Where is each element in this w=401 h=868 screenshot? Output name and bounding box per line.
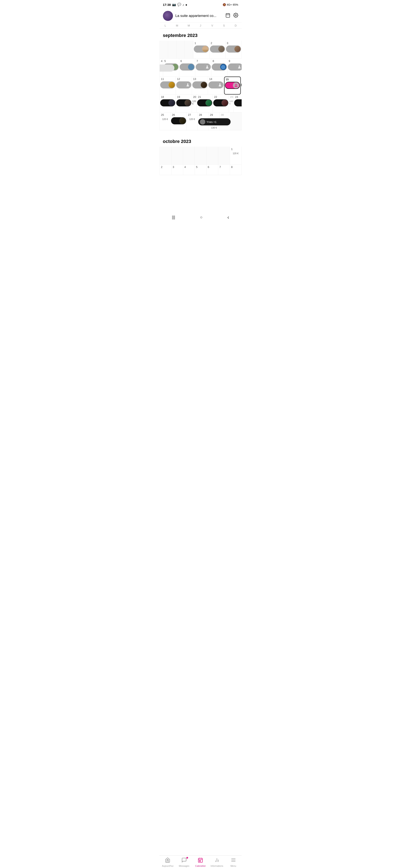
day-J: J — [195, 24, 206, 27]
dot-icon: ● — [185, 3, 187, 6]
day-sep-11[interactable]: 11 — [160, 76, 176, 95]
booking-toggle-1[interactable] — [194, 45, 209, 53]
booking-toggle-2[interactable] — [210, 45, 225, 53]
booking-toggle-24[interactable] — [234, 99, 241, 106]
svg-point-9 — [219, 84, 221, 85]
day-sep-7[interactable]: 7 — [195, 59, 211, 76]
booking-toggle-14[interactable] — [208, 82, 224, 89]
day-sep-12[interactable]: 12 — [176, 76, 192, 95]
day-num-23: 23 — [229, 95, 233, 98]
day-sep-20[interactable]: 20 120 € — [192, 95, 197, 113]
battery-level: 65% — [233, 3, 238, 6]
day-sep-13[interactable]: 13 — [192, 76, 208, 95]
settings-icon[interactable] — [233, 13, 238, 19]
day-sep-9[interactable]: 9 — [227, 59, 241, 76]
day-num-oct-4: 4 — [183, 165, 194, 168]
oct-empty-6[interactable] — [218, 147, 230, 165]
booking-toggle-22[interactable] — [213, 99, 228, 106]
day-M2: M — [183, 24, 195, 27]
day-sep-14[interactable]: 14 — [208, 76, 224, 95]
day-sep-6[interactable]: 6 — [179, 59, 195, 76]
booking-toggle-3[interactable] — [226, 45, 241, 53]
october-week2: 2 3 4 5 6 7 8 — [160, 165, 241, 175]
day-sep-3[interactable]: 3 — [226, 41, 241, 59]
property-avatar[interactable] — [163, 11, 173, 21]
booking-toggle-19[interactable] — [176, 99, 191, 106]
day-sep-28[interactable]: 28 Ynes +1 — [198, 113, 209, 130]
avatar-knob — [217, 82, 223, 88]
svg-rect-0 — [226, 13, 230, 17]
day-sep-2[interactable]: 2 — [209, 41, 226, 59]
matahi-pill[interactable]: Matahi ... — [160, 64, 174, 71]
ynes-pill[interactable]: Ynes +1 — [198, 118, 231, 125]
empty-cell-end[interactable] — [231, 113, 241, 130]
price-20: 120 € — [192, 100, 196, 105]
sys-back[interactable]: ‹ — [227, 214, 229, 221]
day-oct-8[interactable]: 8 — [230, 165, 241, 175]
tiktok-icon: ♪ — [182, 3, 184, 6]
day-sep-19[interactable]: 19 — [176, 95, 192, 113]
sys-recent[interactable]: ||| — [172, 215, 175, 220]
oct-empty-4[interactable] — [195, 147, 206, 165]
booking-toggle-9[interactable] — [228, 63, 241, 70]
day-sep-8[interactable]: 8 — [211, 59, 227, 76]
empty-cell[interactable] — [160, 41, 168, 59]
day-sep-23[interactable]: 23 130 € — [229, 95, 234, 113]
october-week1: 1 120 € — [160, 147, 241, 165]
booking-toggle-7[interactable] — [196, 63, 211, 70]
september-week5: 25 120 € 26 27 120 € 28 Ynes +1 — [160, 113, 241, 130]
day-oct-1[interactable]: 1 120 € — [230, 147, 241, 165]
sys-home[interactable]: ○ — [200, 215, 202, 220]
day-sep-16[interactable]: 16 — [241, 76, 241, 95]
booking-toggle-8[interactable] — [212, 63, 227, 70]
oct-empty-1[interactable] — [160, 147, 171, 165]
oct-empty-5[interactable] — [206, 147, 218, 165]
day-num-9: 9 — [228, 59, 241, 63]
booking-toggle-18[interactable] — [160, 99, 175, 106]
empty-cell[interactable] — [176, 41, 185, 59]
avatar-knob — [169, 100, 175, 106]
day-oct-3[interactable]: 3 — [171, 165, 183, 175]
day-num-4: 4 — [160, 59, 163, 63]
booking-toggle-12[interactable] — [176, 82, 191, 89]
day-oct-4[interactable]: 4 — [183, 165, 195, 175]
day-sep-24[interactable]: 24 — [234, 95, 241, 113]
day-sep-4[interactable]: 4 Matahi ... — [160, 59, 163, 76]
booking-toggle-6[interactable] — [180, 63, 195, 70]
booking-toggle-15-pink[interactable] — [225, 82, 240, 89]
avatar-knob — [218, 46, 225, 52]
day-num-oct-6: 6 — [207, 165, 218, 168]
day-sep-26[interactable]: 26 — [171, 113, 187, 130]
booking-toggle-21[interactable] — [197, 99, 212, 106]
day-sep-27[interactable]: 27 120 € — [187, 113, 198, 130]
avatar-knob — [202, 46, 208, 52]
empty-cell[interactable] — [185, 41, 193, 59]
avatar-knob — [204, 64, 210, 70]
day-oct-5[interactable]: 5 — [195, 165, 206, 175]
day-num-27: 27 — [187, 113, 197, 117]
empty-cell[interactable] — [168, 41, 176, 59]
day-sep-1[interactable]: 1 — [193, 41, 209, 59]
booking-toggle-13[interactable] — [192, 82, 207, 89]
day-sep-15[interactable]: 15 — [224, 76, 241, 95]
day-headers: L M M J V S D — [160, 23, 241, 29]
day-sep-25[interactable]: 25 120 € — [160, 113, 171, 130]
day-oct-2[interactable]: 2 — [160, 165, 171, 175]
day-oct-6[interactable]: 6 — [206, 165, 218, 175]
oct-empty-2[interactable] — [171, 147, 183, 165]
oct-empty-3[interactable] — [183, 147, 195, 165]
day-num-18: 18 — [160, 95, 175, 98]
calendar-icon[interactable] — [225, 13, 230, 19]
booking-toggle-11[interactable] — [160, 82, 175, 89]
booking-toggle-26[interactable] — [171, 117, 186, 124]
day-num-19: 19 — [176, 95, 191, 98]
day-sep-18[interactable]: 18 — [160, 95, 176, 113]
day-sep-22[interactable]: 22 — [213, 95, 229, 113]
booking-toggle-16[interactable] — [241, 82, 241, 89]
september-week2: 4 Matahi ... 5 6 — [160, 59, 241, 76]
alarm-icon: 🔕 — [223, 3, 226, 6]
day-num-30: 30 — [220, 113, 230, 117]
day-oct-7[interactable]: 7 — [218, 165, 230, 175]
price-27: 120 € — [189, 118, 195, 120]
day-sep-21[interactable]: 21 — [197, 95, 213, 113]
